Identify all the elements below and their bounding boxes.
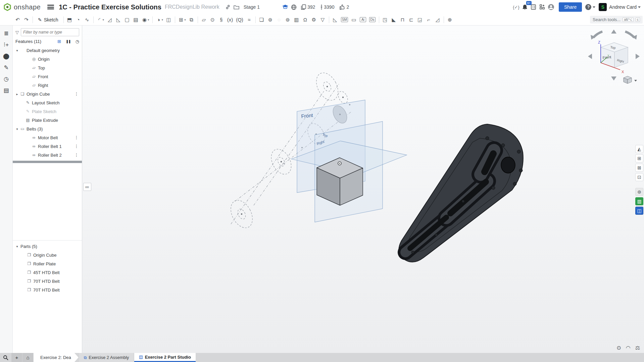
origin-cube-feature-icon[interactable]: ❏ (257, 15, 266, 24)
tree-item-plate-extrude[interactable]: ▤ Plate Extrude (13, 116, 82, 124)
panel-app-icon[interactable]: ◫ (635, 207, 643, 215)
profile-circle-icon[interactable] (547, 3, 555, 11)
tree-chevron-icon[interactable]: ▸ (15, 92, 19, 96)
tree-item-layout-sketch[interactable]: ✎ Layout Sketch (13, 98, 82, 107)
view-options-button[interactable] (624, 76, 637, 84)
folder-name[interactable]: Stage 1 (244, 4, 260, 10)
undo-icon[interactable]: ↶ (13, 15, 22, 24)
protractor-icon[interactable]: ◠ (626, 345, 631, 351)
gear-generator-icon[interactable]: ⚙ (310, 15, 318, 24)
bearing-hole[interactable] (501, 157, 515, 173)
boolean-icon[interactable]: ◑▾ (154, 15, 165, 24)
search-tools-box[interactable]: Search tools... alt/⌥ c (590, 16, 643, 23)
plane-icon[interactable]: ▱ (200, 15, 208, 24)
feature-filter-input[interactable] (21, 28, 79, 36)
parts-header-row[interactable]: ▾ Parts (5) (13, 242, 82, 251)
appearance-panel-icon[interactable]: ◭ (635, 145, 643, 153)
user-menu-caret-icon[interactable] (638, 6, 641, 8)
versions-icon[interactable]: ⁝+ (1, 39, 11, 50)
edit-history-icon[interactable]: ✎ (1, 62, 11, 73)
split-icon[interactable]: ◫ (164, 15, 173, 24)
tree-item-default-geometry[interactable]: ▾ Default geometry (13, 46, 82, 55)
chamfer-icon[interactable]: ◿ (105, 15, 114, 24)
new-folder-icon[interactable]: ⊞ (57, 39, 61, 44)
parts-chevron-icon[interactable]: ▾ (15, 245, 19, 248)
variable-search-icon[interactable]: (Q) (235, 15, 245, 24)
featurescript-check-icon[interactable]: {✓} (512, 3, 521, 11)
comments-icon[interactable]: ⬤ (1, 50, 11, 62)
pause-regeneration-icon[interactable]: ❚❚ (66, 40, 71, 43)
tree-item-front-plane[interactable]: ▱ Front (13, 72, 82, 81)
rib-icon[interactable]: ▤ (132, 15, 140, 24)
tube-cut-icon[interactable]: ⊓ (398, 15, 407, 24)
belt-feature-icon[interactable]: ◳ (381, 15, 390, 24)
extrude-icon[interactable]: ⬒ (65, 15, 74, 24)
tape-measure-icon[interactable]: ⊙ (616, 345, 621, 351)
robot-app-icon[interactable]: ⊚ (635, 188, 643, 196)
design-studio-icon[interactable]: Ds (368, 15, 377, 24)
notifications-bell-icon[interactable]: 9+ (521, 3, 529, 11)
checklist-panel-icon[interactable]: ▤ (1, 85, 11, 96)
tree-chevron-icon[interactable]: ▾ (15, 127, 19, 131)
part-item-origin-cube[interactable]: ❐ Origin Cube (13, 251, 82, 259)
tree-item-roller-belt-1[interactable]: ∞ Roller Belt 1 ⋮ (13, 142, 82, 151)
view-cube[interactable]: Top Front Right Z X Y (582, 27, 644, 89)
part-item-70t-htd-belt-2[interactable]: ❐ 70T HTD Belt (13, 286, 82, 294)
inserts-stat[interactable]: 3390 (320, 4, 334, 10)
search-tabs-icon[interactable] (0, 353, 11, 362)
tree-item-origin[interactable]: ◎ Origin (13, 55, 82, 63)
feature-list-icon[interactable]: ≣ (1, 28, 11, 39)
part-item-45t-htd-belt[interactable]: ❐ 45T HTD Belt (13, 268, 82, 277)
robot-trace-icon[interactable]: ◌ (275, 15, 284, 24)
tree-item-roller-belt-2[interactable]: ∞ Roller Belt 2 ⋮ (13, 151, 82, 159)
shell-icon[interactable]: ▢ (123, 15, 132, 24)
tab-feature-icon[interactable]: ⊏ (407, 15, 416, 24)
tree-item-right-plane[interactable]: ▱ Right (13, 81, 82, 90)
tree-item-motor-belt[interactable]: ∞ Motor Belt ⋮ (13, 133, 82, 142)
onshape-logo[interactable]: onshape (3, 3, 41, 11)
robot-config-icon[interactable]: ⊚ (284, 15, 292, 24)
sheet-metal-triangle-icon[interactable]: ◺ (331, 15, 340, 24)
sweep-icon[interactable]: ∿ (83, 15, 92, 24)
tree-item-plate-sketch[interactable]: ✎ Plate Sketch (13, 107, 82, 116)
sketch-button[interactable]: ✎ Sketch (35, 15, 62, 24)
filter-funnel-icon[interactable]: ▽ (15, 30, 19, 35)
tab-exercise-2-part-studio[interactable]: ◫ Exercise 2 Part Studio (134, 353, 196, 362)
help-caret-icon[interactable] (593, 6, 595, 8)
copy-link-icon[interactable] (224, 3, 232, 11)
mass-properties-icon[interactable]: ⚖ (635, 345, 640, 351)
tab-exercise-2-assembly[interactable]: ⧉ Exercise 2 Assembly (79, 353, 134, 362)
label-maker-icon[interactable]: ▭ (350, 15, 358, 24)
origin-cube-part[interactable] (317, 158, 363, 205)
main-menu-icon[interactable] (47, 5, 54, 9)
tree-item-top-plane[interactable]: ▱ Top (13, 63, 82, 72)
docs-app-icon[interactable]: ▥ (635, 197, 643, 205)
view-cube-top-label[interactable]: Top (610, 45, 616, 50)
tab-exercise-2-dea[interactable]: Exercise 2: Dea (34, 353, 79, 362)
mirror-icon[interactable]: ⧉ (187, 15, 196, 24)
tree-display-options-button[interactable]: ≔ (83, 183, 91, 191)
home-tab-button[interactable]: ⌂ (22, 353, 33, 362)
share-button[interactable]: Share (559, 2, 582, 12)
robot-part-insert-icon[interactable]: ⊚ (266, 15, 275, 24)
frame-icon[interactable]: ⌐ (425, 15, 433, 24)
bom-table-icon[interactable]: ⊞ (635, 154, 643, 162)
help-icon[interactable]: ? (585, 4, 591, 10)
fillet-icon[interactable]: ◜▾ (95, 15, 106, 24)
sheet-metal-icon[interactable]: SM (340, 15, 350, 24)
point-icon[interactable]: ⊙ (208, 15, 217, 24)
feature-table-icon[interactable]: ⊡ (635, 173, 643, 181)
part-item-70t-htd-belt-1[interactable]: ❐ 70T HTD Belt (13, 277, 82, 286)
configurations-icon[interactable]: ⊠ (635, 164, 643, 172)
part-item-roller-plate[interactable]: ❐ Roller Plate (13, 259, 82, 268)
graphics-viewport[interactable]: Front Top Right (82, 25, 644, 353)
datum-planes[interactable]: Front Top Right (291, 100, 407, 222)
redo-icon[interactable]: ↷ (22, 15, 31, 24)
copies-stat[interactable]: 392 (301, 4, 315, 10)
pattern-icon[interactable]: ⊞▾ (177, 15, 187, 24)
tree-item-belts-folder[interactable]: ▾ ▭ Belts (3) (13, 124, 82, 133)
spline-icon[interactable]: ≈ (245, 15, 254, 24)
regeneration-timer-icon[interactable]: ◷ (76, 39, 79, 44)
wishbone-icon[interactable]: Ω (301, 15, 310, 24)
gusset-icon[interactable]: ◿ (433, 15, 442, 24)
